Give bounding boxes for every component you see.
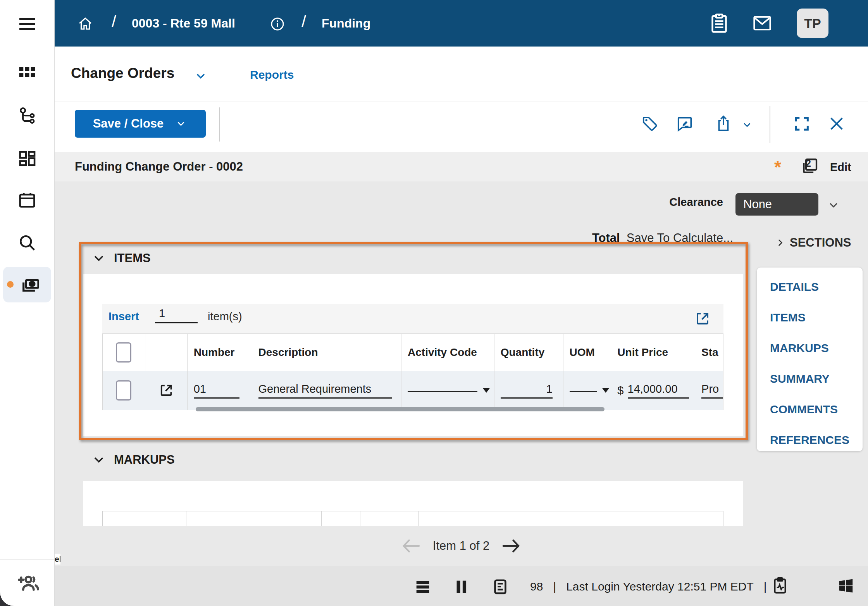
next-item-arrow-icon[interactable] — [501, 538, 521, 554]
reports-link[interactable]: Reports — [250, 68, 294, 81]
sections-header: SECTIONS — [790, 236, 851, 250]
split-columns-icon[interactable] — [453, 578, 470, 596]
money-cost-icon[interactable] — [19, 275, 41, 295]
hamburger-menu-icon[interactable] — [17, 15, 37, 33]
page-title[interactable]: Change Orders — [71, 65, 174, 81]
markups-section-header[interactable]: MARKUPS — [92, 453, 175, 467]
breadcrumb-project[interactable]: 0003 - Rte 59 Mall — [132, 16, 235, 31]
section-link-comments[interactable]: COMMENTS — [770, 397, 863, 428]
number-input[interactable]: 01 — [194, 383, 239, 399]
uom-cell — [563, 371, 611, 410]
quantity-cell: 1 — [494, 371, 563, 410]
row-checkbox[interactable] — [116, 380, 131, 401]
chevron-down-icon — [174, 118, 188, 129]
calendar-icon[interactable] — [17, 190, 37, 210]
activity-code-select[interactable] — [408, 389, 477, 392]
dropdown-caret-icon[interactable] — [483, 388, 490, 393]
uom-select[interactable] — [570, 389, 597, 392]
breadcrumb-separator: / — [301, 12, 306, 31]
document-list-icon[interactable] — [491, 578, 509, 596]
total-row: Total Save To Calculate... — [388, 231, 733, 245]
unit-price-input[interactable]: 14,000.00 — [628, 383, 689, 399]
versions-icon[interactable]: 2 — [799, 156, 820, 177]
currency-symbol: $ — [617, 384, 623, 397]
items-section-header[interactable]: ITEMS — [92, 251, 151, 265]
dashboard-icon[interactable] — [17, 149, 37, 169]
previous-item-arrow-icon[interactable] — [401, 538, 421, 554]
clearance-label: Clearance — [620, 196, 723, 209]
chevron-down-icon[interactable] — [827, 199, 840, 212]
last-login-text: Last Login Yesterday 12:51 PM EDT — [566, 580, 754, 593]
section-link-summary[interactable]: SUMMARY — [770, 367, 863, 397]
list-rows-icon[interactable] — [414, 578, 432, 596]
status-value-clipped: Pro — [701, 383, 723, 399]
section-link-details[interactable]: DETAILS — [770, 275, 863, 306]
share-export-icon[interactable] — [715, 114, 732, 131]
mail-icon[interactable] — [751, 13, 773, 33]
markups-cell — [360, 511, 418, 526]
markups-table-clipped — [102, 511, 723, 526]
user-avatar[interactable]: TP — [797, 9, 828, 38]
section-link-items[interactable]: ITEMS — [770, 306, 863, 336]
dropdown-caret-icon[interactable] — [602, 388, 609, 393]
clipped-text-fragment: el — [55, 554, 60, 565]
save-close-button[interactable]: Save / Close — [75, 110, 206, 138]
info-icon[interactable] — [270, 16, 285, 32]
col-header-unit-price: Unit Price — [611, 334, 695, 371]
tag-icon[interactable] — [641, 115, 659, 133]
annotate-comment-icon[interactable] — [676, 115, 694, 133]
open-item-icon[interactable] — [158, 383, 174, 398]
quantity-input[interactable]: 1 — [501, 383, 553, 399]
col-header-activity-code: Activity Code — [401, 334, 494, 371]
insert-count-input[interactable] — [155, 307, 198, 323]
home-icon[interactable] — [77, 16, 94, 32]
section-link-markups[interactable]: MARKUPS — [770, 336, 863, 367]
workflow-branch-icon[interactable] — [17, 106, 37, 126]
search-icon[interactable] — [17, 233, 37, 253]
activity-code-cell — [401, 371, 494, 410]
required-marker: * — [774, 157, 781, 178]
markups-cell — [418, 511, 723, 526]
version-badge: 2 — [806, 158, 811, 169]
markups-card — [83, 481, 743, 526]
select-all-cell — [103, 334, 145, 371]
horizontal-scrollbar[interactable] — [196, 407, 604, 411]
add-people-icon[interactable] — [16, 572, 39, 594]
total-value: Save To Calculate... — [627, 231, 733, 245]
clearance-select[interactable]: None — [735, 193, 818, 216]
breadcrumb-module[interactable]: Funding — [322, 16, 370, 31]
description-input[interactable]: General Requirements — [258, 383, 392, 399]
status-cell-clipped: Pro — [695, 371, 723, 410]
record-toolbar: Save / Close — [54, 102, 868, 152]
record-header-bar: Funding Change Order - 0002 * 2 Edit — [54, 152, 868, 181]
col-header-number: Number — [188, 334, 252, 371]
breadcrumb-separator: / — [112, 12, 116, 31]
markups-cell — [186, 511, 272, 526]
status-text: 98 | Last Login Yesterday 12:51 PM EDT | — [530, 580, 767, 593]
chevron-down-icon[interactable] — [193, 69, 208, 83]
windows-logo-icon[interactable] — [837, 577, 855, 595]
open-in-window-icon[interactable] — [694, 311, 711, 327]
status-bar: 98 | Last Login Yesterday 12:51 PM EDT | — [54, 566, 868, 606]
chevron-down-icon[interactable] — [740, 119, 758, 137]
col-header-quantity: Quantity — [494, 334, 563, 371]
insert-link[interactable]: Insert — [108, 310, 139, 323]
save-close-label: Save / Close — [93, 117, 164, 131]
section-link-references[interactable]: REFERENCES — [770, 428, 863, 459]
close-icon[interactable] — [828, 115, 846, 133]
clipboard-tasks-icon[interactable] — [708, 12, 730, 35]
sections-panel: DETAILS ITEMS MARKUPS SUMMARY COMMENTS R… — [757, 268, 863, 451]
activity-clipboard-icon[interactable] — [770, 576, 788, 594]
item-pager: Item 1 of 2 — [54, 526, 868, 566]
select-all-checkbox[interactable] — [116, 342, 131, 363]
top-navigation-bar: / 0003 - Rte 59 Mall / Funding TP — [54, 0, 868, 47]
fullscreen-icon[interactable] — [793, 115, 811, 133]
items-table-header: Number Description Activity Code Quantit… — [102, 333, 723, 371]
unit-price-cell: $ 14,000.00 — [611, 371, 695, 410]
sections-toggle[interactable]: SECTIONS — [775, 236, 851, 250]
total-label: Total — [592, 231, 620, 245]
col-header-uom: UOM — [563, 334, 611, 371]
edit-button[interactable]: Edit — [830, 161, 851, 174]
insert-suffix-label: item(s) — [208, 310, 242, 323]
apps-grid-icon[interactable] — [17, 62, 37, 82]
